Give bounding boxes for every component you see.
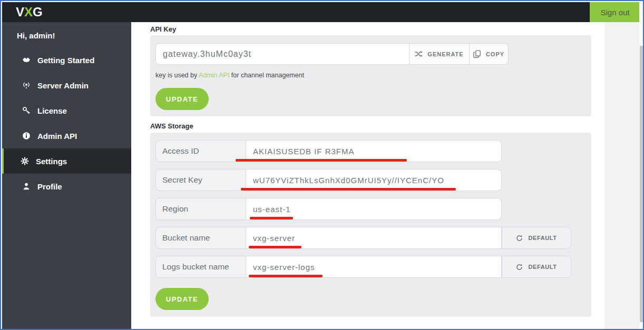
sidebar-item-admin-api[interactable]: Admin API [2, 123, 131, 148]
annotation-underline-region [250, 217, 293, 219]
note-suffix: for channel management [229, 72, 304, 79]
annotation-underline-bucket-name [249, 246, 301, 248]
sidebar-item-settings[interactable]: Settings [2, 148, 131, 174]
broadcast-icon [22, 81, 31, 90]
aws-storage-section-title: AWS Storage [150, 122, 193, 130]
logo-letter-g: G [33, 5, 43, 19]
refresh-icon [516, 235, 523, 242]
copy-button-label: COPY [486, 51, 504, 57]
logs-bucket-name-label: Logs bucket name [155, 256, 246, 278]
sidebar-item-label: Profile [37, 182, 62, 191]
generate-button[interactable]: GENERATE [409, 43, 470, 65]
person-icon [22, 182, 31, 191]
access-id-label: Access ID [155, 140, 246, 162]
annotation-underline-access-id [236, 159, 407, 162]
region-row: Region [155, 198, 502, 220]
vxg-logo: VXG [16, 5, 43, 19]
sidebar-item-label: Settings [36, 157, 67, 166]
copy-button[interactable]: COPY [470, 43, 509, 65]
sidebar-item-label: License [37, 106, 67, 115]
bucket-name-label: Bucket name [155, 227, 246, 249]
aws-update-button[interactable]: UPDATE [155, 288, 209, 310]
logs-bucket-name-row: Logs bucket name DEFAULT [155, 256, 571, 278]
api-key-update-button[interactable]: UPDATE [155, 88, 209, 110]
content-right-gutter [604, 22, 639, 330]
default-button-label: DEFAULT [528, 264, 557, 270]
copy-icon [473, 50, 481, 58]
bucket-default-button[interactable]: DEFAULT [502, 227, 571, 249]
logs-bucket-default-button[interactable]: DEFAULT [502, 256, 571, 278]
greeting-text: Hi, admin! [2, 22, 131, 40]
admin-api-link[interactable]: Admin API [199, 72, 229, 79]
gear-icon [20, 157, 29, 166]
sidebar: Hi, admin! Getting Started Server Admin … [2, 22, 131, 330]
refresh-icon [516, 264, 523, 271]
api-key-note: key is used by Admin API for channel man… [155, 72, 304, 79]
api-key-panel: GENERATE COPY key is used by Admin API f… [150, 35, 591, 116]
generate-button-label: GENERATE [427, 51, 463, 57]
key-icon [22, 106, 31, 115]
sidebar-item-server-admin[interactable]: Server Admin [2, 73, 131, 98]
handshake-icon [22, 56, 31, 65]
sign-out-button[interactable]: Sign out [590, 2, 640, 22]
region-label: Region [155, 198, 246, 220]
secret-key-label: Secret Key [155, 169, 246, 191]
sidebar-item-label: Getting Started [37, 56, 94, 65]
app-window: VXG Sign out Hi, admin! Getting Started … [0, 0, 644, 330]
bucket-name-row: Bucket name DEFAULT [155, 227, 571, 249]
logo-letter-v: V [16, 5, 24, 19]
sidebar-item-profile[interactable]: Profile [2, 174, 131, 199]
sidebar-item-getting-started[interactable]: Getting Started [2, 47, 131, 73]
annotation-underline-secret-key [241, 188, 456, 191]
sidebar-item-license[interactable]: License [2, 98, 131, 123]
scrollbar-thumb[interactable] [640, 46, 644, 322]
logo-letter-x: X [24, 5, 33, 19]
api-key-section-title: API Key [150, 25, 176, 33]
sidebar-item-label: Server Admin [37, 81, 89, 90]
annotation-underline-logs-bucket-name [249, 275, 323, 277]
top-bar: VXG Sign out [2, 2, 640, 22]
sidebar-item-label: Admin API [37, 132, 77, 141]
info-icon [22, 132, 31, 141]
sidebar-menu: Getting Started Server Admin License Adm… [2, 47, 131, 199]
note-prefix: key is used by [155, 72, 199, 79]
default-button-label: DEFAULT [528, 235, 557, 241]
shuffle-icon [415, 50, 423, 58]
api-key-input[interactable] [155, 43, 409, 65]
